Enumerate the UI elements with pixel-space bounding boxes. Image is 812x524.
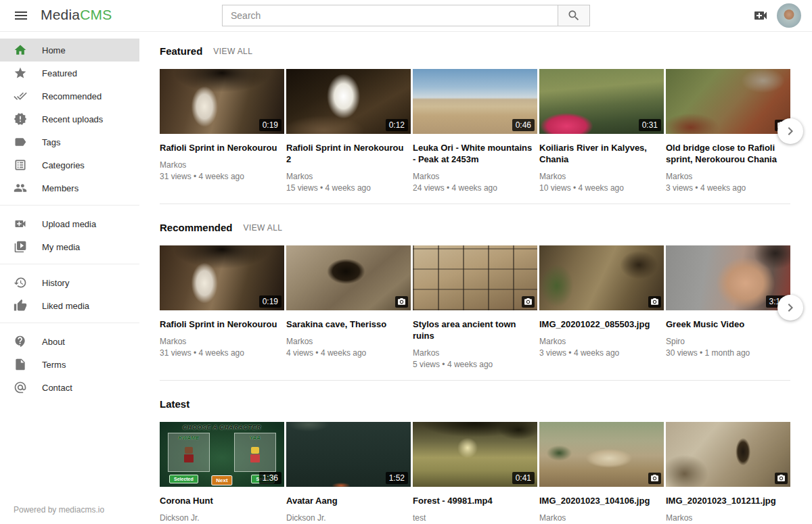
duration-badge: 0:31 [639, 119, 661, 131]
sidebar-item-upload-media[interactable]: Upload media [0, 212, 139, 235]
media-thumbnail[interactable]: 0:12 [286, 69, 411, 134]
media-card[interactable]: 0:46Leuka Ori - White mountains - Peak a… [413, 69, 537, 193]
duration-badge: 0:46 [512, 119, 535, 131]
camera-icon [777, 474, 786, 483]
media-author: Markos [539, 337, 664, 346]
scroll-next-button[interactable] [777, 118, 803, 144]
categories-icon [14, 158, 27, 172]
sidebar-item-featured[interactable]: Featured [0, 62, 139, 85]
chevron-right-icon [782, 300, 798, 316]
sidebar-item-contact[interactable]: Contact [0, 376, 139, 399]
members-icon [14, 181, 27, 195]
media-card[interactable]: Old bridge close to Rafioli sprint, Nero… [666, 69, 790, 193]
duration-badge: 1:36 [259, 472, 281, 484]
app-logo[interactable]: MediaCMS [41, 7, 112, 23]
media-title[interactable]: Rafioli Sprint in Nerokourou [160, 318, 284, 330]
media-meta: 5 views • 4 weeks ago [413, 360, 537, 369]
media-title[interactable]: Leuka Ori - White mountains - Peak at 24… [413, 142, 537, 165]
media-card[interactable]: IMG_20201023_104106.jpgMarkos4 views • 4… [539, 422, 664, 524]
view-all-link[interactable]: VIEW ALL [244, 223, 283, 233]
video-call-icon [14, 217, 27, 231]
media-thumbnail[interactable]: 0:19 [160, 69, 284, 134]
video-library-icon [14, 240, 27, 254]
media-card[interactable]: Sarakina cave, TherissoMarkos4 views • 4… [286, 245, 411, 369]
sidebar-item-home[interactable]: Home [0, 39, 139, 62]
media-meta: 10 views • 4 weeks ago [539, 183, 664, 193]
sidebar-footer: Powered by mediacms.io [0, 496, 139, 524]
media-card[interactable]: 1:52Avatar AangDickson Jr.12 views • 1 w… [286, 422, 411, 524]
camera-badge [648, 473, 661, 484]
media-thumbnail[interactable]: 0:31 [539, 69, 664, 134]
media-title[interactable]: IMG_20201023_101211.jpg [666, 495, 790, 506]
media-author: Markos [286, 172, 411, 181]
media-thumbnail[interactable] [666, 422, 790, 487]
media-title[interactable]: IMG_20201022_085503.jpg [539, 318, 664, 330]
sidebar-item-label: About [42, 337, 65, 347]
media-thumbnail[interactable] [286, 245, 411, 310]
user-avatar[interactable] [777, 3, 801, 28]
media-thumbnail[interactable]: 0:46 [413, 69, 537, 134]
media-thumbnail[interactable] [666, 69, 790, 134]
search-button[interactable] [558, 5, 590, 26]
sidebar: HomeFeaturedRecommendedRecent uploadsTag… [0, 32, 139, 524]
media-card[interactable]: IMG_20201023_101211.jpgMarkos4 views • 4… [666, 422, 790, 524]
sidebar-item-liked-media[interactable]: Liked media [0, 294, 139, 317]
media-card[interactable]: 0:31Koiliaris River in Kalyves, ChaniaMa… [539, 69, 664, 193]
view-all-link[interactable]: VIEW ALL [213, 47, 252, 56]
sidebar-item-recommended[interactable]: Recommended [0, 85, 139, 108]
media-title[interactable]: Stylos area ancient town ruins [413, 318, 537, 341]
media-card[interactable]: 3:11Greek Music VideoSpiro30 views • 1 m… [666, 245, 790, 369]
media-title[interactable]: Rafioli Sprint in Nerokourou [160, 142, 284, 153]
media-thumbnail[interactable] [539, 422, 664, 487]
media-card[interactable]: 0:41Forest - 49981.mp4test17 views • 3 w… [413, 422, 537, 524]
media-thumbnail[interactable] [413, 245, 537, 310]
media-title[interactable]: Greek Music Video [666, 318, 790, 330]
media-title[interactable]: Forest - 49981.mp4 [413, 495, 537, 506]
sidebar-item-history[interactable]: History [0, 271, 139, 294]
sidebar-item-tags[interactable]: Tags [0, 130, 139, 153]
media-title[interactable]: IMG_20201023_104106.jpg [539, 495, 664, 506]
search-input[interactable] [222, 5, 558, 26]
menu-icon[interactable] [13, 7, 29, 24]
cards-row: 0:19Rafioli Sprint in NerokourouMarkos31… [160, 69, 790, 193]
media-card[interactable]: 0:19Rafioli Sprint in NerokourouMarkos31… [160, 245, 284, 369]
game-title-text: CHOOSE A CHARACTER [160, 424, 284, 431]
scroll-next-button[interactable] [777, 295, 803, 320]
home-icon [14, 43, 27, 57]
media-author: Markos [539, 513, 664, 523]
duration-badge: 0:19 [259, 119, 281, 131]
media-thumbnail[interactable]: 0:41 [413, 422, 537, 487]
search-icon [567, 9, 581, 22]
media-card[interactable]: 0:12Rafioli Sprint in Nerokourou 2Markos… [286, 69, 411, 193]
sidebar-item-categories[interactable]: Categories [0, 153, 139, 176]
media-thumbnail[interactable]: CHOOSE A CHARACTERKWAMEYAASelectedNextSe… [160, 422, 284, 487]
media-author: Dickson Jr. [286, 513, 411, 523]
media-title[interactable]: Old bridge close to Rafioli sprint, Nero… [666, 142, 790, 165]
media-card[interactable]: Stylos area ancient town ruinsMarkos5 vi… [413, 245, 537, 369]
media-card[interactable]: 0:19Rafioli Sprint in NerokourouMarkos31… [160, 69, 284, 193]
media-thumbnail[interactable] [539, 245, 664, 310]
media-title[interactable]: Rafioli Sprint in Nerokourou 2 [286, 142, 411, 165]
sidebar-item-recent-uploads[interactable]: Recent uploads [0, 108, 139, 130]
sidebar-item-my-media[interactable]: My media [0, 235, 139, 258]
media-title[interactable]: Koiliaris River in Kalyves, Chania [539, 142, 664, 165]
media-thumbnail[interactable]: 3:11 [666, 245, 790, 310]
media-title[interactable]: Avatar Aang [286, 495, 411, 506]
media-title[interactable]: Sarakina cave, Therisso [286, 318, 411, 330]
media-card[interactable]: CHOOSE A CHARACTERKWAMEYAASelectedNextSe… [160, 422, 284, 524]
sidebar-item-members[interactable]: Members [0, 176, 139, 199]
video-call-icon [752, 7, 769, 24]
media-title[interactable]: Corona Hunt [160, 495, 284, 506]
section-title: Latest [160, 398, 189, 410]
media-thumbnail[interactable]: 1:52 [286, 422, 411, 487]
sidebar-item-label: Recommended [42, 91, 102, 101]
media-thumbnail[interactable]: 0:19 [160, 245, 284, 310]
game-selected-button: Selected [169, 475, 198, 483]
upload-media-button[interactable] [752, 7, 769, 24]
thumb-up-icon [14, 299, 27, 312]
game-left-character [183, 447, 194, 462]
sidebar-item-about[interactable]: About [0, 330, 139, 353]
sidebar-item-terms[interactable]: Terms [0, 353, 139, 376]
media-card[interactable]: IMG_20201022_085503.jpgMarkos3 views • 4… [539, 245, 664, 369]
sidebar-item-label: Recent uploads [42, 114, 103, 124]
